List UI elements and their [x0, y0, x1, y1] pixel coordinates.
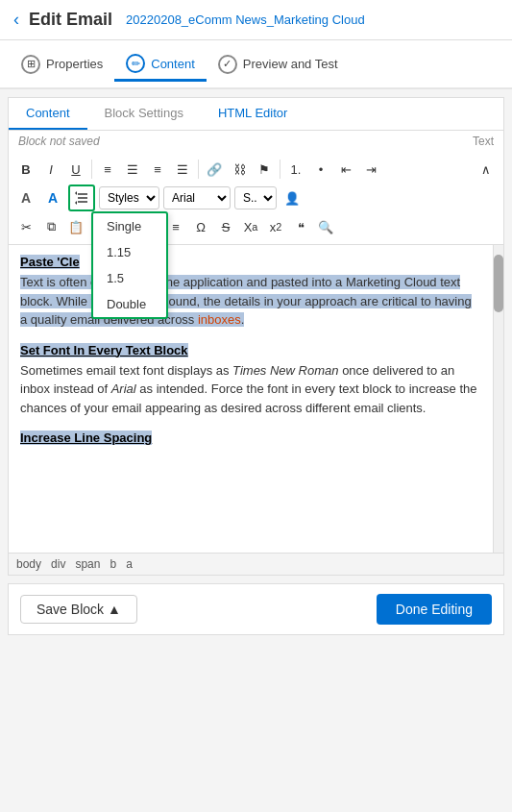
editor-content[interactable]: Paste 'Cle Text is often copied from one… — [9, 245, 493, 553]
font-color-button[interactable]: A — [41, 186, 64, 209]
section-set-font: Set Font In Every Text Block Sometimes e… — [20, 343, 481, 431]
unordered-list-button[interactable]: • — [309, 158, 332, 181]
done-editing-button[interactable]: Done Editing — [377, 594, 492, 625]
copy-button[interactable]: ⧉ — [39, 215, 62, 238]
save-block-arrow: ▲ — [108, 602, 121, 617]
paste-clean-para: Text is often copied from one applicatio… — [20, 273, 481, 330]
special-char-button[interactable]: Ω — [189, 215, 212, 238]
collapse-button[interactable]: ∧ — [475, 158, 498, 181]
inboxes-link[interactable]: inboxes — [198, 312, 241, 327]
nav-preview[interactable]: ✓ Preview and Test — [207, 49, 350, 80]
toolbar-row-3: ✂ ⧉ 📋 ↩ ↪ ⊞ ≡ Ω S Xa x2 ❝ 🔍 — [14, 213, 498, 240]
superscript-button[interactable]: x2 — [264, 215, 287, 238]
tab-content[interactable]: Content — [9, 98, 87, 130]
spacing-1-15[interactable]: 1.15 — [93, 239, 166, 265]
period: . — [241, 312, 245, 327]
scrollbar[interactable] — [493, 245, 503, 553]
set-font-para: Sometimes email text font displays as Ti… — [20, 361, 481, 418]
editor-panel: Content Block Settings HTML Editor Block… — [8, 97, 504, 576]
subscript-button[interactable]: Xa — [239, 215, 262, 238]
back-button[interactable]: ‹ — [13, 10, 19, 30]
unlink-button[interactable]: ⛓ — [228, 158, 251, 181]
line-spacing-title: Increase Line Spacing — [20, 431, 152, 445]
section-paste-title: Paste 'Cle — [20, 255, 80, 269]
block-type: Text — [473, 135, 494, 148]
cut-button[interactable]: ✂ — [14, 215, 37, 238]
separator — [91, 160, 92, 179]
tab-html-editor[interactable]: HTML Editor — [201, 98, 305, 130]
font-dropdown[interactable]: Arial — [163, 186, 231, 209]
tab-block-settings[interactable]: Block Settings — [87, 98, 201, 130]
set-font-title: Set Font In Every Text Block — [20, 343, 188, 357]
spacing-single[interactable]: Single — [93, 213, 166, 239]
properties-icon: ⊞ — [21, 55, 40, 74]
size-dropdown[interactable]: S... — [234, 186, 277, 209]
styles-dropdown[interactable]: Styles — [99, 186, 159, 209]
content-icon: ✏ — [126, 54, 145, 73]
align-left-button[interactable]: ≡ — [96, 158, 119, 181]
block-not-saved: Block not saved — [18, 135, 100, 148]
italic-button[interactable]: I — [39, 158, 62, 181]
toolbar: B I U ≡ ☰ ≡ ☰ 🔗 ⛓ ⚑ 1. • ⇤ ⇥ ∧ A A — [9, 152, 503, 245]
tag-body: body — [16, 557, 41, 571]
spacer2 — [20, 423, 481, 431]
align-justify-button[interactable]: ☰ — [171, 158, 194, 181]
indent-button[interactable]: ⇥ — [359, 158, 382, 181]
top-nav: ⊞ Properties ✏ Content ✓ Preview and Tes… — [0, 40, 512, 89]
section-paste-clean: Paste 'Cle Text is often copied from one… — [20, 255, 481, 343]
align-center-button[interactable]: ☰ — [121, 158, 144, 181]
preview-icon: ✓ — [218, 55, 237, 74]
toolbar-row-1: B I U ≡ ☰ ≡ ☰ 🔗 ⛓ ⚑ 1. • ⇤ ⇥ ∧ — [14, 156, 498, 183]
paste-button[interactable]: 📋 — [64, 215, 87, 238]
tag-b: b — [110, 557, 116, 571]
content-tabs: Content Block Settings HTML Editor — [9, 98, 503, 131]
spacing-1-5[interactable]: 1.5 — [93, 265, 166, 291]
times-new-roman: Times New Roman — [232, 363, 338, 378]
nav-preview-label: Preview and Test — [243, 57, 338, 71]
spacer1 — [20, 335, 481, 343]
flag-button[interactable]: ⚑ — [253, 158, 276, 181]
tag-a: a — [126, 557, 133, 571]
page-title: Edit Email — [29, 10, 112, 30]
bold-button[interactable]: B — [14, 158, 37, 181]
nav-properties[interactable]: ⊞ Properties — [10, 49, 114, 80]
tag-div: div — [51, 557, 65, 571]
tag-span: span — [75, 557, 100, 571]
spacing-double[interactable]: Double — [93, 291, 166, 317]
nav-properties-label: Properties — [46, 57, 103, 71]
blockquote-button[interactable]: ❝ — [289, 215, 312, 238]
block-status-row: Block not saved Text — [9, 131, 503, 152]
ordered-list-button[interactable]: 1. — [284, 158, 307, 181]
scrollbar-thumb[interactable] — [494, 255, 503, 312]
email-subtitle: 20220208_eComm News_Marketing Cloud — [126, 12, 365, 27]
outdent-button[interactable]: ⇤ — [334, 158, 357, 181]
find-button[interactable]: 🔍 — [314, 215, 337, 238]
footer: Save Block ▲ Done Editing — [8, 583, 504, 635]
section-increase-line-spacing: Increase Line Spacing — [20, 431, 481, 445]
toolbar-row-2: A A Styles Arial S... 👤 — [14, 183, 498, 213]
separator — [198, 160, 199, 179]
header: ‹ Edit Email 20220208_eComm News_Marketi… — [0, 0, 512, 40]
font-size-button[interactable]: A — [14, 186, 37, 209]
paste-text-highlight: Text is often copied from one applicatio… — [20, 275, 472, 327]
save-block-button[interactable]: Save Block ▲ — [20, 595, 137, 624]
user-button[interactable]: 👤 — [280, 186, 304, 209]
align-right-button[interactable]: ≡ — [146, 158, 169, 181]
status-bar: body div span b a — [9, 553, 503, 575]
line-spacing-dropdown: Single 1.15 1.5 Double — [91, 211, 168, 319]
underline-button[interactable]: U — [64, 158, 87, 181]
arial-ref: Arial — [111, 381, 136, 396]
nav-content-label: Content — [151, 57, 195, 71]
svg-marker-3 — [75, 191, 77, 195]
save-block-label: Save Block — [37, 602, 104, 617]
line-spacing-button[interactable] — [68, 185, 95, 211]
strikethrough-button[interactable]: S — [214, 215, 237, 238]
svg-marker-4 — [75, 201, 77, 205]
editor-scroll-area: Paste 'Cle Text is often copied from one… — [9, 245, 503, 553]
separator — [280, 160, 280, 179]
nav-content[interactable]: ✏ Content — [114, 48, 207, 82]
link-button[interactable]: 🔗 — [203, 158, 226, 181]
